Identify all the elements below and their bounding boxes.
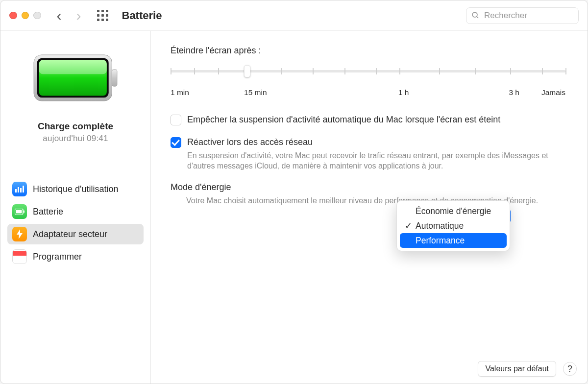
wake-network-checkbox[interactable] <box>171 137 181 148</box>
prevent-sleep-checkbox[interactable] <box>171 115 181 125</box>
help-button[interactable]: ? <box>563 362 577 376</box>
dropdown-option-label: Automatique <box>416 221 464 231</box>
sidebar-item-label: Historique d'utilisation <box>33 184 119 194</box>
battery-illustration <box>33 54 119 101</box>
svg-line-1 <box>477 16 479 18</box>
dropdown-option-label: Économie d'énergie <box>416 206 491 216</box>
sidebar-item-label: Programmer <box>33 252 82 262</box>
toolbar: ‹ › Batterie <box>0 0 588 31</box>
svg-point-0 <box>472 12 477 17</box>
sidebar-item-power-adapter[interactable]: Adaptateur secteur <box>7 224 144 244</box>
energy-mode-label: Mode d'énergie <box>171 182 231 192</box>
prevent-sleep-label: Empêcher la suspension d'activité automa… <box>187 114 500 125</box>
battery-icon <box>12 204 27 219</box>
preferences-window: ‹ › Batterie <box>0 0 588 384</box>
forward-button: › <box>76 8 81 23</box>
slider-tick-labels: 1 min 15 min 1 h 3 h Jamais <box>171 88 565 99</box>
svg-rect-10 <box>23 186 24 192</box>
search-icon <box>471 11 480 20</box>
energy-mode-option-automatic[interactable]: ✓ Automatique <box>400 218 507 233</box>
usage-history-icon <box>12 182 27 196</box>
energy-mode-option-performance[interactable]: Performance <box>400 233 507 248</box>
search-input[interactable] <box>466 7 579 24</box>
sidebar-item-battery[interactable]: Batterie <box>7 201 144 222</box>
svg-rect-13 <box>24 211 24 213</box>
main-content: Éteindre l'écran après : <box>151 31 588 384</box>
wake-network-description: En suspension d'activité, votre Mac peut… <box>187 150 568 171</box>
minimize-window-button[interactable] <box>22 12 29 20</box>
svg-rect-5 <box>39 60 106 74</box>
svg-rect-6 <box>112 70 117 87</box>
sidebar-item-schedule[interactable]: Programmer <box>7 246 144 267</box>
sidebar-item-label: Adaptateur secteur <box>33 229 107 240</box>
zoom-window-button <box>33 12 41 20</box>
svg-rect-9 <box>20 188 22 192</box>
restore-defaults-button[interactable]: Valeurs par défaut <box>478 361 556 377</box>
battery-status-title: Charge complète <box>38 121 113 132</box>
search-field[interactable] <box>466 7 579 24</box>
footer: Valeurs par défaut ? <box>478 361 577 377</box>
display-off-label: Éteindre l'écran après : <box>171 46 568 56</box>
svg-rect-7 <box>15 189 17 192</box>
display-off-slider[interactable] <box>171 63 565 84</box>
sidebar: Charge complète aujourd'hui 09:41 Histor… <box>0 31 151 384</box>
slider-thumb[interactable] <box>244 65 250 77</box>
back-button[interactable]: ‹ <box>57 8 62 23</box>
sidebar-item-usage-history[interactable]: Historique d'utilisation <box>7 179 144 199</box>
svg-rect-8 <box>18 187 19 192</box>
show-all-prefs-button[interactable] <box>97 10 108 21</box>
sidebar-list: Historique d'utilisation Batterie Adapta… <box>7 179 144 267</box>
energy-mode-dropdown[interactable]: Économie d'énergie ✓ Automatique Perform… <box>396 200 510 251</box>
checkmark-icon: ✓ <box>405 221 412 231</box>
wake-network-label: Réactiver lors des accès réseau <box>187 136 568 148</box>
window-title: Batterie <box>122 9 162 22</box>
nav-buttons: ‹ › <box>57 8 81 23</box>
energy-mode-option-low-power[interactable]: Économie d'énergie <box>400 204 507 218</box>
sidebar-item-label: Batterie <box>33 207 63 217</box>
svg-rect-12 <box>16 210 22 214</box>
dropdown-option-label: Performance <box>416 236 465 246</box>
calendar-icon <box>12 249 27 264</box>
window-controls <box>9 12 41 20</box>
close-window-button[interactable] <box>9 12 17 20</box>
battery-status-subtitle: aujourd'hui 09:41 <box>43 134 108 144</box>
bolt-icon <box>12 227 27 241</box>
